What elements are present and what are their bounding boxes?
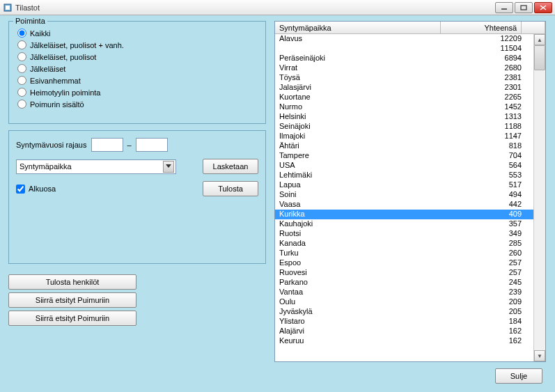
table-row[interactable]: Kauhajoki357 [275,219,533,229]
table-row[interactable]: Turku260 [275,249,533,258]
cell-place: Ähtäri [279,141,441,151]
table-row[interactable]: Helsinki1313 [275,112,533,122]
table-row[interactable]: Nurmo1452 [275,102,533,112]
table-row[interactable]: USA564 [275,161,533,171]
radio-option[interactable]: Kaikki [17,29,257,38]
cell-total: 2265 [441,93,522,102]
radio-option[interactable]: Heimotyylin poiminta [17,88,257,97]
scroll-down-icon[interactable]: ▼ [534,350,545,361]
print-persons-button[interactable]: Tulosta henkilöt [8,274,136,290]
close-button[interactable] [534,2,552,13]
cell-total: 260 [441,249,522,258]
vertical-scrollbar[interactable]: ▲ ▼ [533,34,545,361]
cell-place: Lehtimäki [279,171,441,180]
scroll-up-icon[interactable]: ▲ [534,34,545,45]
cell-place: Ylistaro [279,317,441,327]
scroll-thumb[interactable] [534,45,545,70]
cell-place: Kurikka [279,210,441,219]
move-puimuri-button[interactable]: Siirrä etsityt Puimuriin [8,292,136,308]
table-row[interactable]: Ähtäri818 [275,141,533,151]
year-to-input[interactable] [136,138,168,152]
alkuosa-checkbox[interactable] [16,185,25,194]
window-buttons [495,2,552,13]
radio-input[interactable] [17,29,26,38]
table-row[interactable]: Jyväskylä205 [275,307,533,317]
group-legend: Poiminta [13,17,47,25]
radio-option[interactable]: Jälkeläiset, puolisot [17,52,257,61]
col-header-place[interactable]: Syntymäpaikka [275,22,441,33]
radio-input[interactable] [17,100,26,109]
cell-total: 357 [441,219,522,229]
table-row[interactable]: Töysä2381 [275,73,533,83]
cell-place: Ruotsi [279,229,441,239]
table-row[interactable]: Vaasa442 [275,200,533,210]
svg-marker-6 [166,164,171,168]
table-row[interactable]: Soini494 [275,190,533,200]
cell-total: 6894 [441,54,522,63]
table-row[interactable]: Ilmajoki1147 [275,132,533,141]
table-row[interactable]: Lapua517 [275,180,533,190]
radio-label: Heimotyylin poiminta [30,88,100,97]
cell-total: 2381 [441,73,522,83]
cell-total: 564 [441,161,522,171]
radio-input[interactable] [17,64,26,73]
move-poimuri-button[interactable]: Siirrä etsityt Poimuriin [8,311,136,326]
sulje-button[interactable]: Sulje [495,368,542,384]
col-header-total[interactable]: Yhteensä [441,22,522,33]
cell-place: Tampere [279,151,441,161]
cell-place: Ruovesi [279,268,441,278]
table-row[interactable]: Oulu209 [275,297,533,307]
table-row[interactable]: Jalasjärvi2301 [275,83,533,93]
cell-place: Parkano [279,278,441,288]
maximize-button[interactable] [515,2,533,13]
results-list: Syntymäpaikka Yhteensä Alavus1220911504P… [274,21,546,362]
cell-place: Soini [279,190,441,200]
cell-place: Kuortane [279,93,441,102]
year-from-input[interactable] [91,138,123,152]
table-row[interactable]: Parkano245 [275,278,533,288]
table-row[interactable]: Ruotsi349 [275,229,533,239]
cell-total: 704 [441,151,522,161]
radio-option[interactable]: Jälkeläiset [17,64,257,73]
radio-option[interactable]: Esivanhemmat [17,76,257,85]
minimize-button[interactable] [495,2,513,13]
table-row[interactable]: Espoo257 [275,258,533,268]
svg-rect-3 [521,6,526,10]
radio-option[interactable]: Poimurin sisältö [17,100,257,109]
cell-total: 184 [441,317,522,327]
table-row[interactable]: Vantaa239 [275,288,533,297]
print-button[interactable]: Tulosta [203,181,258,196]
table-row[interactable]: Lehtimäki553 [275,171,533,180]
table-row[interactable]: 11504 [275,44,533,54]
radio-input[interactable] [17,40,26,49]
table-row[interactable]: Seinäjoki1188 [275,122,533,132]
category-combo[interactable]: Syntymäpaikka [16,159,176,174]
radio-label: Poimurin sisältö [30,100,84,109]
cell-place: Keuruu [279,336,441,346]
cell-place: Peräseinäjoki [279,54,441,63]
table-row[interactable]: Ruovesi257 [275,268,533,278]
cell-place: Espoo [279,258,441,268]
table-row[interactable]: Alavus12209 [275,34,533,44]
cell-place: Ilmajoki [279,132,441,141]
radio-input[interactable] [17,88,26,97]
radio-option[interactable]: Jälkeläiset, puolisot + vanh. [17,40,257,49]
table-row[interactable]: Kuortane2265 [275,93,533,102]
table-row[interactable]: Virrat2680 [275,63,533,73]
cell-place: Jalasjärvi [279,83,441,93]
cell-total: 11504 [441,44,522,54]
table-row[interactable]: Kanada285 [275,239,533,249]
table-row[interactable]: Keuruu162 [275,336,533,346]
cell-place [279,44,441,54]
table-row[interactable]: Kurikka409 [275,210,533,219]
radio-input[interactable] [17,52,26,61]
table-row[interactable]: Tampere704 [275,151,533,161]
table-row[interactable]: Alajärvi162 [275,327,533,336]
cell-place: Kauhajoki [279,219,441,229]
radio-input[interactable] [17,76,26,85]
cell-place: Kanada [279,239,441,249]
radio-label: Jälkeläiset, puolisot + vanh. [30,41,124,49]
compute-button[interactable]: Lasketaan [203,159,258,174]
table-row[interactable]: Ylistaro184 [275,317,533,327]
table-row[interactable]: Peräseinäjoki6894 [275,54,533,63]
